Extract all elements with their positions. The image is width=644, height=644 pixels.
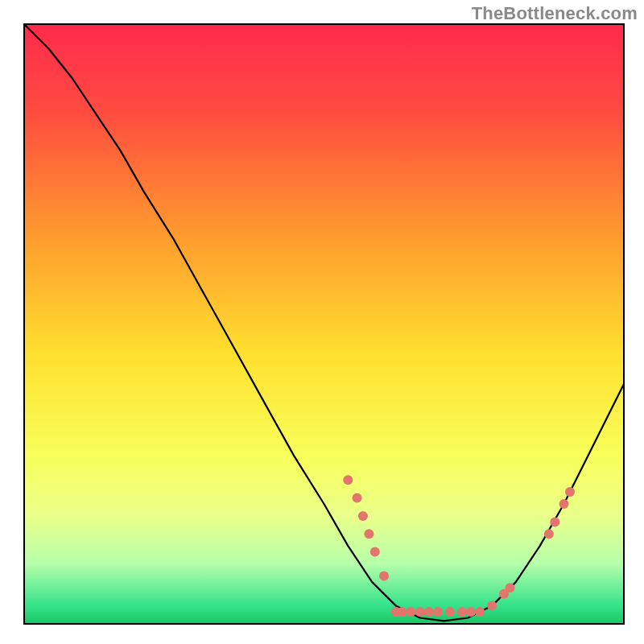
data-marker: [353, 493, 362, 503]
chart-frame: TheBottleneck.com: [0, 0, 644, 644]
data-marker: [343, 475, 353, 485]
data-marker: [379, 571, 389, 580]
data-marker: [433, 607, 443, 617]
data-marker: [364, 529, 374, 539]
data-marker: [424, 607, 434, 617]
data-marker: [487, 601, 497, 611]
data-marker: [407, 607, 416, 617]
plot-background: [24, 24, 624, 624]
data-marker: [544, 529, 554, 539]
data-marker: [466, 607, 476, 617]
bottleneck-chart: [0, 0, 644, 644]
data-marker: [457, 607, 467, 617]
data-marker: [358, 511, 368, 521]
data-marker: [550, 517, 559, 526]
data-marker: [397, 607, 407, 617]
data-marker: [559, 499, 569, 509]
data-marker: [370, 547, 380, 557]
data-marker: [506, 583, 515, 592]
watermark-text: TheBottleneck.com: [472, 3, 638, 24]
data-marker: [415, 607, 425, 617]
data-marker: [475, 607, 485, 617]
data-marker: [445, 607, 455, 617]
data-marker: [565, 487, 575, 497]
